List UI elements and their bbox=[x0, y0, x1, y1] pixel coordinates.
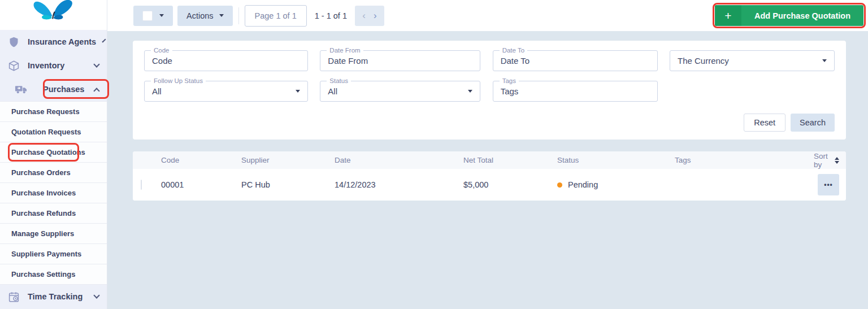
table-header-row: Code Supplier Date Net Total Status Tags… bbox=[133, 151, 846, 169]
sidebar-item-label: Inventory bbox=[28, 61, 64, 70]
status-dot-icon bbox=[557, 182, 562, 188]
sub-item-label: Purchase Refunds bbox=[11, 209, 76, 217]
sub-item-label: Suppliers Payments bbox=[11, 250, 81, 258]
sidebar-item-inventory[interactable]: Inventory bbox=[0, 54, 107, 77]
row-actions-button[interactable]: ••• bbox=[818, 174, 839, 195]
column-header-net-total: Net Total bbox=[463, 156, 557, 164]
follow-up-status-value: All bbox=[145, 86, 296, 96]
main-area: Actions Page 1 of 1 1 - 1 of 1 ‹ › + Add… bbox=[107, 0, 868, 309]
purchases-submenu: Purchase Requests Quotation Requests Pur… bbox=[0, 101, 107, 285]
shield-icon bbox=[7, 35, 20, 49]
status-select[interactable]: Status All bbox=[320, 81, 480, 102]
app-logo[interactable] bbox=[0, 0, 107, 30]
tags-input[interactable] bbox=[493, 86, 657, 96]
sub-item-label: Purchase Settings bbox=[11, 270, 75, 278]
column-header-code: Code bbox=[161, 156, 241, 164]
status-select-label: Status bbox=[327, 77, 351, 85]
chevron-down-icon bbox=[93, 61, 99, 67]
previous-page-icon[interactable]: ‹ bbox=[362, 11, 366, 20]
actions-button-label: Actions bbox=[186, 11, 214, 20]
sidebar-item-purchase-invoices[interactable]: Purchase Invoices bbox=[0, 183, 107, 203]
sidebar-item-purchase-refunds[interactable]: Purchase Refunds bbox=[0, 203, 107, 224]
column-header-status: Status bbox=[557, 156, 675, 164]
plus-icon: + bbox=[715, 5, 741, 26]
status-select-value: All bbox=[320, 86, 468, 96]
status-label: Pending bbox=[568, 180, 598, 189]
next-page-icon[interactable]: › bbox=[374, 11, 377, 20]
page-indicator-label: Page 1 of 1 bbox=[255, 11, 297, 20]
sidebar-item-purchase-settings[interactable]: Purchase Settings bbox=[0, 264, 107, 285]
sidebar-item-insurance-agents[interactable]: Insurance Agents bbox=[0, 30, 107, 54]
sub-item-label: Quotation Requests bbox=[11, 128, 81, 136]
sidebar-item-label: Time Tracking bbox=[28, 292, 83, 301]
sidebar-item-quotation-requests[interactable]: Quotation Requests bbox=[0, 122, 107, 142]
code-field-label: Code bbox=[151, 47, 172, 54]
sidebar-item-time-tracking[interactable]: Time Tracking bbox=[0, 285, 107, 308]
chevron-down-icon bbox=[102, 38, 106, 42]
caret-down-icon bbox=[822, 59, 827, 62]
sub-item-label: Purchase Requests bbox=[11, 107, 80, 116]
sidebar-item-purchase-quotations[interactable]: Purchase Quotations bbox=[0, 142, 107, 163]
select-all-checkbox[interactable] bbox=[142, 11, 153, 21]
sub-item-label: Purchase Invoices bbox=[11, 189, 76, 197]
sort-by-label: Sort by bbox=[814, 152, 830, 169]
sort-by-control[interactable]: Sort by bbox=[814, 152, 839, 169]
filter-panel: Code Date From Date To The Currency bbox=[133, 41, 846, 140]
caret-down-icon bbox=[159, 14, 164, 17]
row-checkbox[interactable] bbox=[141, 180, 142, 190]
results-range-label: 1 - 1 of 1 bbox=[315, 11, 347, 20]
select-all-dropdown-button[interactable] bbox=[133, 6, 173, 26]
toolbar: Actions Page 1 of 1 1 - 1 of 1 ‹ › + Add… bbox=[107, 0, 868, 31]
content-area: Code Date From Date To The Currency bbox=[107, 31, 868, 309]
calendar-clock-icon bbox=[7, 290, 20, 303]
tags-field-label: Tags bbox=[500, 77, 519, 85]
cell-code: 00001 bbox=[161, 180, 241, 189]
chevron-down-icon bbox=[93, 292, 99, 298]
date-from-field-wrapper: Date From bbox=[320, 50, 480, 71]
sidebar-item-manage-suppliers[interactable]: Manage Suppliers bbox=[0, 224, 107, 244]
caret-down-icon bbox=[468, 90, 472, 93]
filter-grid-spacer bbox=[670, 81, 835, 102]
page-indicator[interactable]: Page 1 of 1 bbox=[245, 5, 307, 27]
sidebar-item-purchase-orders[interactable]: Purchase Orders bbox=[0, 163, 107, 183]
sidebar-item-purchases[interactable]: Purchases bbox=[0, 77, 107, 101]
follow-up-status-label: Follow Up Status bbox=[151, 77, 206, 85]
sidebar-item-label: Purchases bbox=[43, 85, 84, 94]
actions-button[interactable]: Actions bbox=[177, 6, 233, 26]
annotation-box-add-button: + Add Purchase Quotation bbox=[713, 3, 866, 28]
reset-button[interactable]: Reset bbox=[744, 114, 785, 132]
sub-item-label: Purchase Quotations bbox=[11, 148, 85, 156]
cell-supplier: PC Hub bbox=[241, 180, 335, 189]
butterfly-logo-icon bbox=[29, 0, 78, 21]
column-header-tags: Tags bbox=[675, 156, 814, 164]
caret-down-icon bbox=[296, 90, 300, 93]
caret-down-icon bbox=[219, 14, 224, 17]
date-to-input[interactable] bbox=[493, 56, 657, 66]
sub-item-label: Purchase Orders bbox=[11, 168, 71, 177]
column-header-supplier: Supplier bbox=[241, 156, 335, 164]
date-from-field-label: Date From bbox=[327, 47, 363, 54]
currency-select[interactable]: The Currency bbox=[670, 50, 835, 71]
column-header-date: Date bbox=[335, 156, 463, 164]
app-window: Insurance Agents Inventory Purchases Pur… bbox=[0, 0, 868, 309]
add-purchase-quotation-button[interactable]: + Add Purchase Quotation bbox=[715, 5, 863, 26]
sidebar-item-label: Insurance Agents bbox=[28, 37, 96, 46]
chevron-up-icon bbox=[93, 88, 99, 94]
date-to-field-label: Date To bbox=[500, 47, 527, 54]
add-button-label: Add Purchase Quotation bbox=[741, 5, 863, 26]
follow-up-status-select[interactable]: Follow Up Status All bbox=[144, 81, 308, 102]
table-row[interactable]: 00001 PC Hub 14/12/2023 $5,000 Pending •… bbox=[133, 169, 846, 201]
cell-date: 14/12/2023 bbox=[335, 180, 463, 189]
sidebar-item-suppliers-payments[interactable]: Suppliers Payments bbox=[0, 244, 107, 264]
cell-net-total: $5,000 bbox=[463, 180, 557, 189]
sidebar: Insurance Agents Inventory Purchases Pur… bbox=[0, 0, 107, 309]
sidebar-item-purchase-requests[interactable]: Purchase Requests bbox=[0, 102, 107, 122]
box-icon bbox=[7, 59, 20, 72]
code-input[interactable] bbox=[145, 56, 307, 66]
tags-field-wrapper: Tags bbox=[493, 81, 658, 102]
truck-icon bbox=[14, 82, 28, 96]
search-button[interactable]: Search bbox=[791, 114, 835, 132]
date-from-input[interactable] bbox=[320, 56, 480, 66]
cell-status: Pending bbox=[557, 180, 675, 189]
quotations-table: Code Supplier Date Net Total Status Tags… bbox=[133, 151, 846, 201]
